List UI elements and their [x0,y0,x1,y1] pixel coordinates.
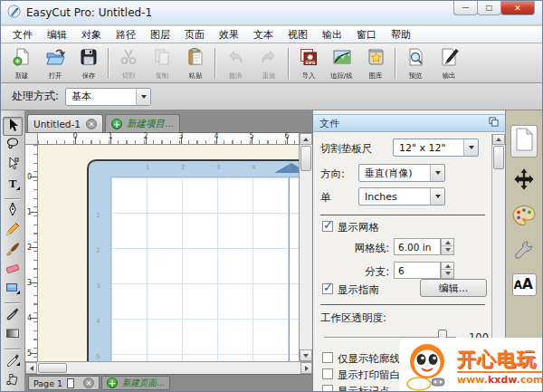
eyedropper-tool[interactable] [3,306,23,325]
toolbar-paste-button[interactable]: 粘贴 [178,45,212,81]
scroll-left-button[interactable] [25,362,37,374]
collapse-panel-icon[interactable] [489,117,499,129]
color-panel-button[interactable] [512,205,536,230]
reg-marks-checkbox[interactable] [322,385,333,392]
document-tab-active[interactable]: Untitled-1 ✕ [27,114,103,132]
toolbar-new-button[interactable]: 新建 [5,45,38,81]
mat-size-select[interactable]: 12" x 12" [393,139,479,157]
gradient-icon [5,326,20,344]
tools-panel-button[interactable] [514,240,534,263]
process-mode-select[interactable]: 基本 [65,88,151,106]
menu-file[interactable]: 文件 [5,26,40,43]
new-page-tab[interactable]: + 新建页面... [101,376,170,390]
lasso-icon [5,137,20,155]
move-icon [512,167,536,195]
toolbar-open-button[interactable]: 打开 [38,45,71,81]
paste-icon [186,47,205,71]
toolbar-undo-button[interactable]: 撤消 [218,45,252,81]
scroll-up-button[interactable] [300,133,312,145]
page-tab[interactable]: Page 1 ✕ [28,376,100,390]
toolbar-button-label: 撤消 [228,71,242,80]
maximize-button[interactable]: □ [477,1,501,15]
lasso-tool[interactable] [3,137,23,156]
menu-bar: 文件 编辑 对象 路径 图层 页面 效果 文本 视图 输出 窗口 帮助 [1,26,542,43]
v-ruler-number: 4 [27,314,32,322]
text-tool[interactable]: T [3,176,23,195]
close-button[interactable]: ✕ [500,1,535,15]
new-project-tab[interactable]: + 新建项目... [105,114,180,132]
menu-layer[interactable]: 图层 [143,26,177,43]
menu-path[interactable]: 路径 [109,26,143,43]
scroll-down-button[interactable] [300,349,312,361]
horizontal-scrollbar[interactable] [25,361,312,374]
print-margins-checkbox[interactable] [322,368,333,379]
menu-effects[interactable]: 效果 [212,26,246,43]
toolbar-redo-button[interactable]: 重做 [252,45,285,81]
toolbar-save-button[interactable]: 保存 [71,45,105,81]
minimize-button[interactable]: — [453,1,478,15]
chevron-down-icon [430,165,444,181]
brush-tool[interactable] [3,241,23,260]
spinner-down-icon[interactable] [442,270,453,277]
show-grid-label: 显示网格 [338,221,379,234]
orientation-select[interactable]: 垂直(肖像) [358,164,445,182]
panel-header[interactable]: 文件 [313,114,505,132]
font-panel-button[interactable]: AA [512,273,537,296]
node-edit-tool[interactable] [3,371,23,390]
canvas[interactable]: 1 2 3 4 5 6 1 2 3 4 5 [38,145,299,361]
units-select[interactable]: Inches [358,187,445,206]
pen-tool[interactable] [3,202,23,221]
gridlines-input[interactable] [394,238,441,255]
toolbar-preview-button[interactable]: 预览 [398,45,432,81]
toolbar-import-button[interactable]: SVG 导入 [291,45,325,81]
toolbar-trace-button[interactable]: 追踪/线 [325,45,358,81]
edit-guides-button[interactable]: 编辑... [420,279,487,297]
pencil-tool[interactable] [3,222,23,241]
h-ruler-number: 5 [249,132,253,140]
spinner-up-icon[interactable] [442,239,453,246]
direct-select-tool[interactable] [3,157,23,176]
menu-view[interactable]: 视图 [281,26,315,43]
knife-tool[interactable] [3,352,23,371]
gridlines-stepper[interactable] [441,238,454,255]
ruler-corner [25,133,38,145]
triangle-left-icon [30,366,33,371]
menu-edit[interactable]: 编辑 [40,26,74,43]
scroll-up-button[interactable] [492,134,505,145]
mat-number: 3 [216,164,220,171]
gradient-tool[interactable] [3,326,23,345]
cutting-mat[interactable]: 1 2 3 4 5 6 1 2 3 4 5 [87,159,299,361]
menu-text[interactable]: 文本 [246,26,281,43]
subdivisions-stepper[interactable] [441,262,454,279]
outline-only-checkbox[interactable] [322,352,333,363]
vertical-scrollbar[interactable] [299,133,312,361]
tab-close-icon[interactable]: ✕ [83,378,94,388]
document-panel-button[interactable] [510,125,538,158]
toolbar-output-button[interactable]: 输出 [432,45,465,81]
spinner-up-icon[interactable] [442,263,453,270]
subdivisions-input[interactable] [394,262,441,279]
toolbar-cut-button[interactable]: 切割 [111,45,145,81]
menu-object[interactable]: 对象 [74,26,109,43]
eraser-tool[interactable] [3,261,23,280]
show-grid-checkbox[interactable] [322,221,333,232]
wrench-icon [514,240,534,263]
scroll-right-button[interactable] [300,362,312,374]
mat-size-value: 12" x 12" [399,142,446,154]
rectangle-tool[interactable] [3,281,23,300]
menu-window[interactable]: 窗口 [349,26,384,43]
menu-page[interactable]: 页面 [177,26,212,43]
spinner-down-icon[interactable] [442,246,453,253]
horizontal-scroll-thumb[interactable] [38,363,67,373]
show-guides-checkbox[interactable] [322,283,333,294]
menu-output[interactable]: 输出 [315,26,349,43]
panel-scroll-thumb[interactable] [493,146,504,169]
menu-help[interactable]: 帮助 [384,26,418,43]
toolbar-library-button[interactable]: 图库 [358,45,392,81]
move-panel-button[interactable] [512,167,536,195]
toolbar-copy-button[interactable]: 复制 [145,45,178,81]
select-arrow-tool[interactable] [3,117,23,136]
tab-close-icon[interactable]: ✕ [86,119,97,129]
toolbar-separator [214,48,215,79]
vertical-scroll-thumb[interactable] [300,146,311,171]
